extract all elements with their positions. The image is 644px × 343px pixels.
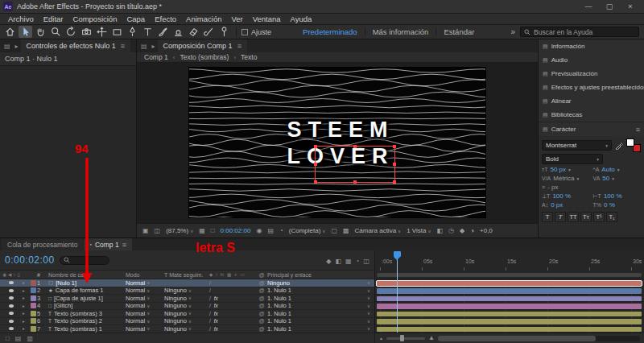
channels-icon[interactable]: ◔ [279,227,283,234]
hand-tool[interactable] [34,26,47,38]
layer-row-4[interactable]: ▸4□[Glitch]Normal∨Ninguno∨/fx@1. Nulo 1∨ [0,303,374,311]
menu-ayuda[interactable]: Ayuda [286,14,317,23]
layer-visibility-toggle[interactable] [9,320,14,323]
layer-pickwhip-icon[interactable]: @ [256,303,267,308]
layer-row-6[interactable]: ▸6TTexto (sombras) 2Normal∨Ninguno∨/fx@1… [0,318,374,326]
panel-list-icon[interactable]: ▤ [138,43,150,50]
playhead-line[interactable] [397,258,398,333]
layer-matte-dropdown[interactable]: Ninguno∨ [164,325,206,333]
layer-pickwhip-icon[interactable]: @ [256,326,267,332]
timeline-bar-2[interactable] [377,288,642,294]
layer-bars-area[interactable] [375,279,644,333]
playhead-handle[interactable] [394,251,401,257]
menu-capa[interactable]: Capa [122,14,150,23]
timeline-search-input[interactable] [60,256,109,265]
selection-handle[interactable] [393,145,396,148]
timeline-timecode[interactable]: 0:00:02:00 [5,254,55,266]
exposure-value[interactable]: +0,0 [480,227,493,234]
font-size-control[interactable]: тT 50 px ▾ [542,166,590,173]
camera-select[interactable]: Cámara activa∨ [355,227,402,234]
monitor-icon[interactable]: ▣ [142,227,149,234]
layer-label-color[interactable] [31,287,36,293]
layer-row-2[interactable]: ▸2★Capa de formas 1Normal∨Ninguno∨/@1. N… [0,287,374,295]
faux-style-button-5[interactable]: T₁ [606,212,617,222]
help-search-input[interactable]: Buscar en la Ayuda [520,27,639,37]
roi-icon[interactable]: ▢ [331,227,337,234]
layer-parent-dropdown[interactable]: 1. Nulo 1∨ [267,302,374,309]
motion-blur-icon[interactable]: ◔ [356,258,360,265]
layer-matte-dropdown[interactable]: Ninguno∨ [164,295,206,302]
panel-menu-icon[interactable]: ≡ [237,42,242,50]
layer-row-5[interactable]: ▸5TTexto (sombras) 3Normal∨Ninguno∨/fx@1… [0,310,374,318]
layer-mode-dropdown[interactable]: Normal∨ [126,317,164,324]
fill-color-swatch[interactable] [626,138,634,147]
snapshot-icon[interactable]: ◉ [256,227,262,234]
layer-switches[interactable]: / [206,287,256,293]
snap-checkbox[interactable] [242,29,248,35]
menu-ventana[interactable]: Ventana [248,14,286,23]
layer-name[interactable]: ★Capa de formas 1 [48,287,126,294]
zoom-tool[interactable] [49,26,63,38]
shape-tool[interactable] [110,26,124,38]
selection-handle[interactable] [314,145,317,148]
type-tool[interactable] [141,26,155,38]
zoom-level[interactable]: (87,5%)∨ [166,227,193,234]
timeline-bar-7[interactable] [377,327,642,333]
layer-mode-dropdown[interactable]: Normal∨ [126,302,164,309]
camera-tool[interactable] [80,26,93,38]
clone-stamp-tool[interactable] [171,26,185,38]
layer-switches[interactable]: /fx [206,326,256,332]
menu-ver[interactable]: Ver [226,14,247,23]
selection-handle[interactable] [314,163,317,166]
layer-mode-dropdown[interactable]: Normal∨ [126,325,164,333]
rotation-tool[interactable] [64,26,78,38]
transparency-grid-icon[interactable]: ▩ [343,227,349,234]
tab-effect-controls[interactable]: Controles de efectos Nulo 1 ≡ [21,39,130,52]
font-family-select[interactable]: Montserrat ▾ [542,140,612,151]
graph-editor-icon[interactable]: ◫ [363,258,369,265]
layer-parent-dropdown[interactable]: 1. Nulo 1∨ [267,295,374,302]
font-size-value[interactable]: 50 px [550,166,566,173]
horizontal-scale-value[interactable]: 100 % [604,192,622,200]
layer-mode-dropdown[interactable]: Normal∨ [126,287,164,294]
brush-tool[interactable] [156,26,170,38]
layer-name[interactable]: □[Capa de ajuste 1] [48,295,126,302]
workspace-predeterminado[interactable]: Predeterminado [295,27,365,36]
flowchart-icon[interactable]: ◆ [460,227,464,234]
timeline-tab-cola-de-procesamiento[interactable]: Cola de procesamiento [2,238,83,250]
work-area-bar[interactable] [377,273,642,277]
snap-toggle[interactable]: Ajuste [242,28,271,36]
layer-label-color[interactable] [31,326,36,332]
view-layout-icon[interactable]: ◫ [155,227,161,234]
timeline-ruler[interactable]: :00s05s10s15s20s25s30s [375,250,644,279]
roto-brush-tool[interactable] [202,26,216,38]
selection-handle[interactable] [393,180,396,184]
leading-control[interactable]: ᴬA Auto ▾ [593,166,642,173]
layer-label-color[interactable] [31,280,36,286]
minimize-button[interactable]: — [578,2,599,10]
breadcrumb-comp-1[interactable]: Comp 1 [144,53,168,61]
resolution-select[interactable]: (Completa)∨ [289,227,326,234]
panel-alinear[interactable]: ▤Alinear [539,94,644,108]
breadcrumb-texto-sombras[interactable]: Texto (sombras) [180,53,229,61]
mode-column[interactable]: Modo [126,272,164,278]
tsume-value[interactable]: 0 % [604,201,615,209]
horizontal-scroll-thumb[interactable] [438,336,596,341]
zoom-slider[interactable] [386,337,425,340]
layer-label-color[interactable] [31,303,36,308]
layer-expander[interactable]: ▸ [23,288,29,293]
layer-switches[interactable]: /fx [206,303,256,308]
timeline-tab-comp-1[interactable]: ▪Comp 1≡ [84,238,132,250]
expand-inout-icon[interactable]: ▥ [27,335,33,342]
layer-matte-dropdown[interactable]: Ninguno∨ [164,302,206,309]
layer-parent-dropdown[interactable]: 1. Nulo 1∨ [267,310,374,317]
view-layout-select[interactable]: 1 Vista∨ [407,227,431,234]
zoom-in-icon[interactable]: ▲ [428,335,435,341]
layer-visibility-toggle[interactable] [9,281,14,284]
layer-parent-dropdown[interactable]: 1. Nulo 1∨ [267,317,374,324]
pan-behind-tool[interactable] [95,26,109,38]
menu-editar[interactable]: Editar [39,14,68,23]
frame-blending-icon[interactable]: ▦ [345,258,352,265]
layer-row-3[interactable]: ▸3□[Capa de ajuste 1]Normal∨Ninguno∨/fx@… [0,295,374,303]
eraser-tool[interactable] [187,26,200,38]
